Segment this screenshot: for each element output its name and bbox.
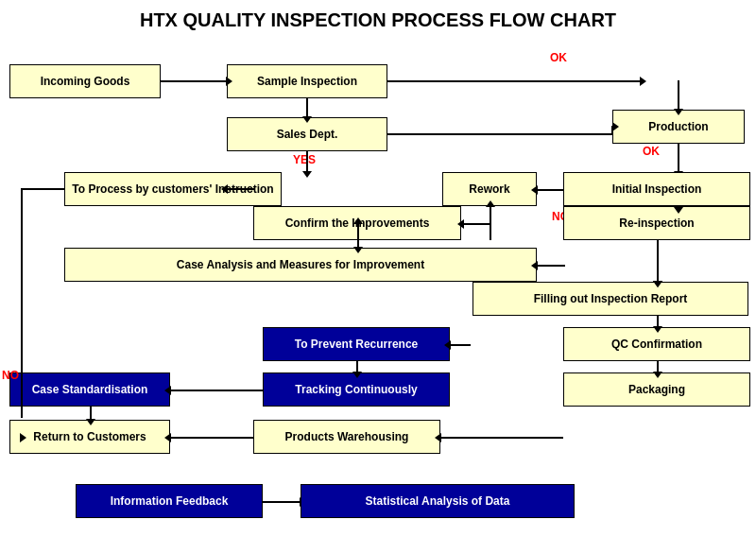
arrow-top-prod xyxy=(678,80,679,110)
arrow-case-confirm xyxy=(357,223,359,248)
no-label: NO xyxy=(2,369,19,382)
products-warehousing-box: Products Warehousing xyxy=(253,420,440,454)
ok-label-1: OK xyxy=(550,51,567,64)
arrow-sales-toprocess2 xyxy=(227,188,229,190)
arrow-sales-toprocess xyxy=(227,188,255,190)
arrow-no-v xyxy=(21,188,23,418)
info-feedback-box: Information Feedback xyxy=(76,484,263,518)
arrow-filling-qc xyxy=(657,316,659,327)
to-prevent-box: To Prevent Recurrence xyxy=(263,327,450,361)
initial-inspection-box: Initial Inspection xyxy=(563,172,750,206)
arrow-casestd-return xyxy=(90,407,92,420)
arrow-initial-reinsp xyxy=(678,206,679,208)
case-standardisation-box: Case Standardisation xyxy=(9,372,170,407)
ok-label-2: OK xyxy=(643,145,660,158)
arrow-sales-prod xyxy=(387,133,612,135)
page-title: HTX QUALITY INSPECTION PROCESS FLOW CHAR… xyxy=(9,9,747,31)
sample-inspection-box: Sample Inspection xyxy=(227,64,387,98)
arrow-toprocess-no xyxy=(21,188,64,190)
arrow-warehouse-return xyxy=(170,437,253,439)
arrow-tracking-case xyxy=(170,390,263,391)
arrow-initial-rework xyxy=(537,189,563,191)
arrow-info-stat xyxy=(263,501,301,503)
arrow-sales-prod-h2 xyxy=(611,126,613,128)
arrow-si-sales xyxy=(306,98,308,117)
arrow-reinsp-case xyxy=(537,265,565,267)
arrow-sales-down xyxy=(306,151,308,172)
arrow-si-prod-h2 xyxy=(622,80,641,82)
arrow-prevent-tracking xyxy=(356,361,358,372)
arrow-qc-pack xyxy=(657,361,659,372)
incoming-goods-box: Incoming Goods xyxy=(9,64,161,98)
arrow-filling-prevent xyxy=(450,344,471,346)
arrow-rework-confirm-h xyxy=(463,223,491,225)
arrow-prod-initial xyxy=(678,144,679,172)
arrow-ig-si xyxy=(161,80,227,82)
arrow-reinsp-down xyxy=(657,240,659,282)
statistical-analysis-box: Statistical Analysis of Data xyxy=(301,484,575,518)
case-analysis-box: Case Analysis and Measures for Improveme… xyxy=(64,248,537,282)
arrow-pack-warehouse xyxy=(440,437,563,439)
yes-label: YES xyxy=(293,153,316,166)
reinspection-box: Re-inspection xyxy=(563,206,750,240)
arrow-si-prod-h xyxy=(387,80,624,82)
filling-report-box: Filling out Inspection Report xyxy=(472,282,748,316)
